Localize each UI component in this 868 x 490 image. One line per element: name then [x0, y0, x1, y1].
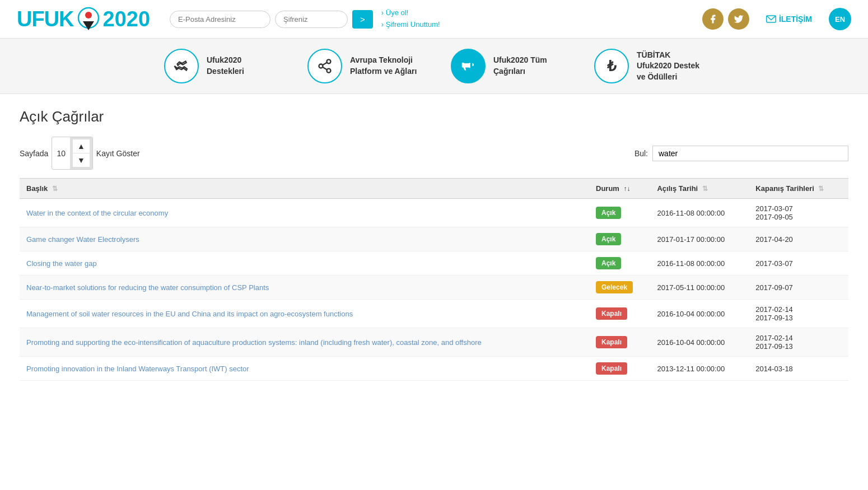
sort-baslik-icon: ⇅: [52, 185, 58, 193]
register-link[interactable]: › Üye ol!: [381, 7, 440, 19]
cell-status: Kapalı: [589, 357, 650, 381]
cell-title: Near-to-market solutions for reducing th…: [20, 276, 589, 300]
row-title-link[interactable]: Near-to-market solutions for reducing th…: [26, 283, 269, 292]
facebook-button[interactable]: [702, 8, 724, 30]
row-title-link[interactable]: Promoting innovation in the Inland Water…: [26, 365, 249, 373]
table-row: Promoting innovation in the Inland Water…: [20, 357, 848, 381]
facebook-icon: [708, 14, 718, 24]
logo-ufuk-text: UFUK: [17, 7, 74, 31]
cell-title: Promoting and supporting the eco-intensi…: [20, 328, 589, 357]
cell-open-date: 2017-01-17 00:00:00: [650, 227, 749, 251]
kayit-goster-label: Kayıt Göster: [96, 149, 140, 158]
cell-open-date: 2016-10-04 00:00:00: [650, 328, 749, 357]
nav-icon-lira: ₺: [594, 49, 629, 83]
row-title-link[interactable]: Water in the context of the circular eco…: [26, 209, 168, 217]
sort-durum-icon: ↑↓: [624, 185, 631, 193]
nav-item-tubitak[interactable]: ₺ TÜBİTAK Ufuk2020 Destek ve Ödülleri: [594, 49, 704, 83]
row-title-link[interactable]: Management of soil water resources in th…: [26, 310, 353, 318]
svg-line-7: [323, 67, 327, 70]
svg-point-1: [85, 12, 92, 18]
table-header: Başlık ⇅ Durum ↑↓ Açılış Tarihi ⇅ Kapanı…: [20, 179, 848, 199]
logo-icon: [75, 6, 102, 32]
cell-close-date: 2017-02-14 2017-09-13: [749, 328, 848, 357]
cell-status: Kapalı: [589, 300, 650, 328]
table-row: Promoting and supporting the eco-intensi…: [20, 328, 848, 357]
table-body: Water in the context of the circular eco…: [20, 199, 848, 381]
cell-open-date: 2016-11-08 00:00:00: [650, 199, 749, 227]
table-controls: Sayfada 10 ▲ ▼ Kayıt Göster Bul:: [20, 137, 848, 170]
cell-status: Açık: [589, 199, 650, 227]
logo-2020-text: 2020: [103, 7, 151, 31]
table-row: Closing the water gapAçık2016-11-08 00:0…: [20, 251, 848, 276]
email-input[interactable]: [170, 11, 270, 28]
nav-label-cagrilar: Ufuk2020 Tüm Çağrıları: [493, 55, 561, 77]
table-row: Management of soil water resources in th…: [20, 300, 848, 328]
search-control: Bul:: [634, 146, 848, 161]
cell-open-date: 2016-11-08 00:00:00: [650, 251, 749, 276]
nav-item-platform[interactable]: Avrupa Teknoloji Platform ve Ağları: [307, 49, 417, 83]
status-badge: Açık: [596, 233, 621, 245]
records-select[interactable]: 10 ▲ ▼: [52, 137, 92, 170]
cell-open-date: 2013-12-11 00:00:00: [650, 357, 749, 381]
nav-icon-share: [307, 49, 342, 83]
nav-item-destekleri[interactable]: Ufuk2020 Destekleri: [164, 49, 274, 83]
row-title-link[interactable]: Game changer Water Electrolysers: [26, 235, 139, 244]
cell-status: Açık: [589, 251, 650, 276]
cell-close-date: 2017-04-20: [749, 227, 848, 251]
cell-close-date: 2017-03-07: [749, 251, 848, 276]
cell-close-date: 2017-09-07: [749, 276, 848, 300]
cell-status: Gelecek: [589, 276, 650, 300]
logo[interactable]: UFUK 2020: [17, 6, 150, 32]
records-count: 10: [52, 147, 70, 160]
nav-icon-megaphone: [451, 49, 486, 83]
svg-marker-2: [83, 21, 94, 30]
sayfada-label: Sayfada: [20, 149, 48, 158]
header-links: › Üye ol! › Şifremi Unuttum!: [381, 7, 440, 31]
cell-status: Açık: [589, 227, 650, 251]
main-content: Açık Çağrılar Sayfada 10 ▲ ▼ Kayıt Göste…: [0, 94, 868, 395]
row-title-link[interactable]: Closing the water gap: [26, 259, 97, 268]
table-row: Near-to-market solutions for reducing th…: [20, 276, 848, 300]
mail-icon: [766, 15, 776, 23]
nav-bar: Ufuk2020 Destekleri Avrupa Teknoloji Pla…: [0, 39, 868, 94]
col-baslik[interactable]: Başlık ⇅: [20, 179, 589, 199]
header: UFUK 2020 > › Üye ol! › Şifremi Unuttum!: [0, 0, 868, 39]
nav-label-tubitak: TÜBİTAK Ufuk2020 Destek ve Ödülleri: [637, 50, 704, 83]
status-badge: Kapalı: [596, 307, 627, 320]
search-input[interactable]: [652, 146, 848, 161]
twitter-icon: [734, 14, 744, 24]
cell-title: Game changer Water Electrolysers: [20, 227, 589, 251]
twitter-button[interactable]: [728, 8, 749, 30]
password-input[interactable]: [275, 11, 348, 28]
svg-point-6: [327, 69, 331, 73]
forgot-link[interactable]: › Şifremi Unuttum!: [381, 19, 440, 31]
status-badge: Kapalı: [596, 362, 627, 375]
col-kapanis[interactable]: Kapanış Tarihleri ⇅: [749, 179, 848, 199]
nav-icon-handshake: [164, 49, 199, 83]
svg-point-5: [319, 64, 323, 68]
cell-open-date: 2017-05-11 00:00:00: [650, 276, 749, 300]
table-row: Game changer Water ElectrolysersAçık2017…: [20, 227, 848, 251]
data-table: Başlık ⇅ Durum ↑↓ Açılış Tarihi ⇅ Kapanı…: [20, 178, 848, 381]
en-button[interactable]: EN: [829, 8, 851, 30]
social-icons: [702, 8, 749, 30]
header-inputs: >: [170, 10, 373, 29]
row-title-link[interactable]: Promoting and supporting the eco-intensi…: [26, 338, 482, 347]
iletisim-button[interactable]: İLETİŞİM: [766, 15, 812, 24]
status-badge: Kapalı: [596, 336, 627, 348]
nav-label-destekleri: Ufuk2020 Destekleri: [207, 55, 274, 77]
nav-label-platform: Avrupa Teknoloji Platform ve Ağları: [350, 55, 417, 77]
cell-close-date: 2017-02-14 2017-09-13: [749, 300, 848, 328]
nav-item-cagrilar[interactable]: Ufuk2020 Tüm Çağrıları: [451, 49, 561, 83]
cell-close-date: 2014-03-18: [749, 357, 848, 381]
cell-open-date: 2016-10-04 00:00:00: [650, 300, 749, 328]
cell-title: Water in the context of the circular eco…: [20, 199, 589, 227]
records-control: Sayfada 10 ▲ ▼ Kayıt Göster: [20, 137, 140, 170]
col-durum[interactable]: Durum ↑↓: [589, 179, 650, 199]
table-row: Water in the context of the circular eco…: [20, 199, 848, 227]
sort-kapanis-icon: ⇅: [818, 185, 824, 193]
col-acilis[interactable]: Açılış Tarihi ⇅: [650, 179, 749, 199]
svg-line-8: [323, 63, 327, 66]
records-arrow[interactable]: ▲ ▼: [70, 137, 92, 169]
login-button[interactable]: >: [352, 10, 373, 29]
